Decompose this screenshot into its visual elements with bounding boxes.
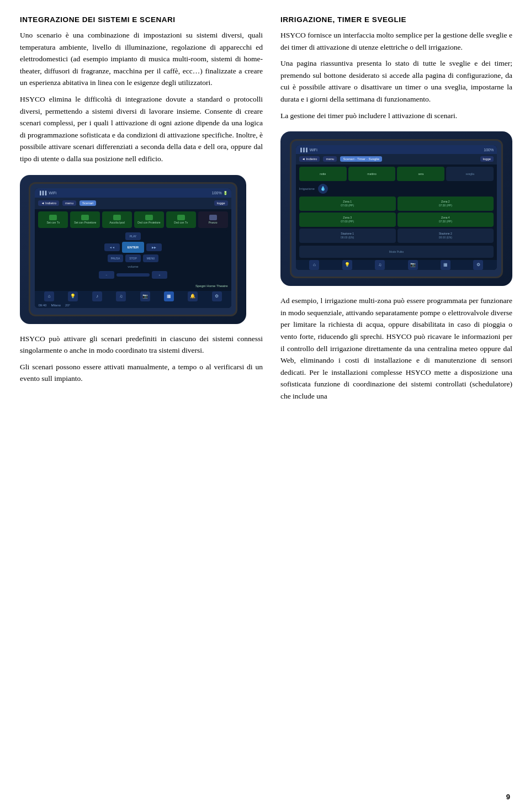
irr-mode-row-2: Mode Pulito: [299, 246, 494, 258]
scene-icon-2: [81, 215, 89, 220]
irr-zone-row-2: Zona 3 07:00 (PP) Zona 4 07:30 (PP): [299, 213, 494, 227]
left-battery: 100% 🔋: [212, 191, 228, 195]
irr-icon: 💧: [318, 184, 328, 194]
irr-btn-mattino: mattino: [348, 167, 396, 181]
irr-btn-sveglia: sveglia: [446, 167, 494, 181]
ctrl-vol-up: +: [152, 271, 167, 279]
irr-station1: Stazione 1 08:00 (EN): [299, 229, 396, 243]
scene-label-6: Pranzo: [209, 221, 218, 224]
ctrl-enter: ENTER: [122, 242, 144, 253]
right-intro: HSYCO fornisce un interfaccia molto semp…: [280, 29, 512, 121]
right-nav-timer: Scenari - Timer - Sveglie: [340, 156, 382, 162]
right-column: IRRIGAZIONE, TIMER E SVEGLIE HSYCO forni…: [280, 15, 512, 407]
scene-btn-2: Set con Proiettore: [70, 211, 100, 228]
left-bottom-para-1: HSYCO può attivare gli scenari predefini…: [20, 333, 263, 357]
irr-zona1: Zona 1 07:00 (PP): [299, 197, 396, 211]
status-temp: 20°: [65, 304, 70, 307]
left-column: INTEGRAZIONE DEI SISTEMI E SCENARI Uno s…: [20, 15, 263, 407]
scene-row-1: Set con Tv Set con Proiettore Ascolta Ip…: [38, 211, 227, 228]
ctrl-row-vol: − +: [99, 271, 167, 279]
irr-mode-pulito: Mode Pulito: [299, 246, 494, 258]
left-status-bar: 09:40 Milano 20°: [35, 302, 231, 308]
ctrl-menu: MENU: [143, 254, 158, 262]
left-intro: Uno scenario è una combinazione di impos…: [20, 29, 263, 165]
right-para-2: Una pagina riassuntiva presenta lo stato…: [280, 57, 512, 105]
right-nav-back: ◄ Indietro: [299, 156, 320, 162]
icon-allarmi: 🔔: [188, 291, 198, 301]
scene-icon-5: [177, 215, 185, 220]
right-tablet-screen: ▐▐▐ WiFi 100% ◄ Indietro menu Scenari - …: [296, 145, 497, 270]
right-icon-lights: 💡: [342, 260, 352, 270]
page-number: 9: [506, 793, 510, 801]
left-tablet-frame: ▐▐▐ WiFi 100% 🔋 ◄ Indietro menu Scenari …: [29, 182, 237, 316]
right-signal: ▐▐▐: [299, 148, 308, 152]
right-para-1: HSYCO fornisce un interfaccia molto semp…: [280, 29, 512, 53]
left-tablet-screen: ▐▐▐ WiFi 100% 🔋 ◄ Indietro menu Scenari …: [35, 188, 231, 308]
left-para-1: Uno scenario è una combinazione di impos…: [20, 29, 263, 89]
scene-label-4: Dvd con Proiettore: [137, 221, 160, 224]
left-wifi: WiFi: [49, 191, 56, 195]
irr-grid: notte mattino sera sveglia: [296, 164, 497, 260]
scene-btn-3: Ascolta Ipod: [102, 211, 132, 228]
scene-icon-1: [49, 215, 57, 220]
scene-label-2: Set con Proiettore: [74, 221, 96, 224]
irr-btn-notte: notte: [299, 167, 347, 181]
scene-icon-3: [113, 215, 121, 220]
left-nav-logge: logge: [214, 200, 228, 206]
ctrl-row-1: PLAY: [125, 232, 141, 240]
icon-config: ⚙: [212, 291, 222, 301]
scene-btn-5: Dvd con Tv: [166, 211, 196, 228]
icon-home: ⌂: [44, 291, 54, 301]
ctrl-prev: ◄◄: [104, 243, 120, 251]
irr-section-label: Irrigazione: [299, 186, 315, 192]
scene-btn-1: Set con Tv: [38, 211, 68, 228]
ctrl-section: PLAY ◄◄ ENTER ▶▶ PAUSA STOP: [38, 230, 227, 281]
left-title: INTEGRAZIONE DEI SISTEMI E SCENARI: [20, 15, 263, 24]
right-icon-scenari: ▦: [441, 260, 451, 270]
right-battery: 100%: [484, 148, 494, 152]
volume-bar: [116, 273, 150, 277]
right-nav-menu: menu: [323, 156, 337, 162]
icon-scenari: ▦: [164, 291, 174, 301]
left-tablet-nav: ◄ Indietro menu Scenari logge: [35, 198, 231, 209]
left-nav-scenari: Scenari: [80, 200, 96, 206]
right-bottom-para: Ad esempio, l irrigazione multi-zona può…: [280, 295, 512, 402]
scene-label-3: Ascolta Ipod: [109, 221, 125, 224]
irr-mode-row: notte mattino sera sveglia: [299, 167, 494, 181]
icon-camera: 📷: [140, 291, 150, 301]
irr-section-header: Irrigazione 💧: [299, 184, 494, 194]
left-tablet-body: Set con Tv Set con Proiettore Ascolta Ip…: [35, 209, 231, 291]
ctrl-vol-down: −: [99, 271, 114, 279]
ctrl-row-2: ◄◄ ENTER ▶▶: [104, 242, 162, 253]
left-device-image: ▐▐▐ WiFi 100% 🔋 ◄ Indietro menu Scenari …: [20, 175, 246, 324]
right-tablet-nav: ◄ Indietro menu Scenari - Timer - Svegli…: [296, 154, 497, 164]
right-icon-music: ♫: [375, 260, 385, 270]
left-bottom-para-2: Gli scenari possono essere attivati manu…: [20, 361, 263, 385]
right-tablet-frame: ▐▐▐ WiFi 100% ◄ Indietro menu Scenari - …: [290, 139, 503, 278]
right-tablet-header: ▐▐▐ WiFi 100%: [296, 145, 497, 154]
right-icon-config: ⚙: [473, 260, 483, 270]
right-title: IRRIGAZIONE, TIMER E SVEGLIE: [280, 15, 512, 24]
right-wifi: WiFi: [310, 148, 317, 152]
ctrl-stop: STOP: [125, 254, 141, 262]
left-tablet-header: ▐▐▐ WiFi 100% 🔋: [35, 188, 231, 198]
ctrl-row-3: PAUSA STOP MENU: [108, 254, 158, 262]
right-icon-home: ⌂: [309, 260, 319, 270]
irr-zona3: Zona 3 07:00 (PP): [299, 213, 396, 227]
scene-label-5: Dvd con Tv: [174, 221, 188, 224]
page: INTEGRAZIONE DEI SISTEMI E SCENARI Uno s…: [0, 0, 530, 812]
icon-music: ♫: [116, 291, 126, 301]
scene-icon-6: [209, 215, 217, 220]
right-bottom-bar: ⌂ 💡 ♫ 📷 ▦ ⚙: [296, 260, 497, 270]
left-bottom-bar: ⌂ 💡 ♪ ♫ 📷 ▦ 🔔 ⚙: [35, 291, 231, 302]
scene-btn-6: Pranzo: [198, 211, 228, 228]
irr-station2: Stazione 2 08:00 (EN): [398, 229, 494, 243]
scene-btn-4: Dvd con Proiettore: [134, 211, 164, 228]
icon-dms: ♪: [92, 291, 102, 301]
right-device-image: ▐▐▐ WiFi 100% ◄ Indietro menu Scenari - …: [280, 131, 512, 286]
ctrl-volume-label: volume: [128, 264, 138, 269]
left-nav-menu: menu: [62, 200, 76, 206]
irr-station-row: Stazione 1 08:00 (EN) Stazione 2 08:00 (…: [299, 229, 494, 243]
ctrl-next: ▶▶: [146, 243, 162, 251]
scene-icon-4: [145, 215, 153, 220]
